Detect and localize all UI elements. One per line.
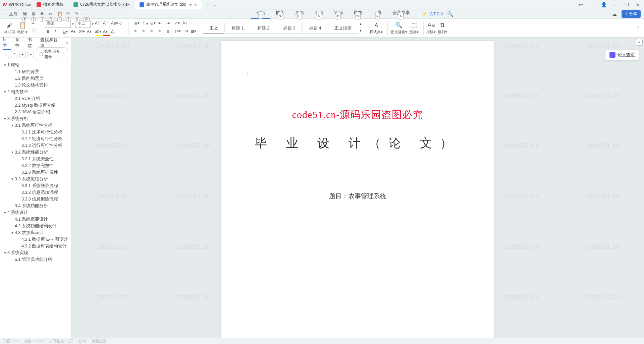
font-color-icon[interactable]: A▾ bbox=[103, 29, 110, 36]
collapse-up-icon[interactable]: ⌃ bbox=[11, 51, 17, 58]
ribbon-tab-view[interactable]: 视图W bbox=[348, 9, 368, 19]
toc-node[interactable]: 4.3.2 数据库表结构设计 bbox=[2, 243, 71, 249]
phonetic-icon[interactable]: A̤ bbox=[111, 29, 118, 36]
minimize-icon[interactable]: — bbox=[612, 2, 619, 7]
toc-node[interactable]: 3.3.1 系统登录流程 bbox=[2, 182, 71, 189]
increase-indent-icon[interactable]: ⇥ bbox=[166, 21, 173, 27]
paste-button[interactable]: 📋粘贴 ▾ bbox=[17, 21, 28, 35]
toc-node[interactable]: ▼4.3 数据库设计 bbox=[2, 229, 71, 236]
font-size-select[interactable]: 小二 bbox=[75, 20, 91, 28]
toc-node[interactable]: ▼3.3 系统流程分析 bbox=[2, 176, 71, 182]
align-center-icon[interactable]: ≡ bbox=[142, 29, 149, 36]
ribbon-tab-insert[interactable]: 插入N bbox=[270, 9, 290, 19]
more-quick-icon[interactable]: ⋯00 bbox=[84, 11, 89, 17]
wps-ai-button[interactable]: WPS AI bbox=[430, 11, 445, 16]
strike-icon[interactable]: A̶▾ bbox=[71, 29, 77, 36]
save-quick-icon[interactable]: 🖫F bbox=[22, 11, 28, 17]
cloud-icon[interactable]: ☁ bbox=[612, 11, 617, 17]
cut-icon[interactable]: ✂ bbox=[32, 21, 38, 28]
tab-xlsx[interactable]: 0726需求文档以及排期.xlsx bbox=[69, 0, 134, 9]
layout-button[interactable]: A≡排版▾ bbox=[426, 21, 436, 35]
collapse-ribbon-icon[interactable]: ⌃ bbox=[636, 25, 640, 31]
toc-node[interactable]: 1.2 目的和意义 bbox=[2, 75, 71, 82]
close-window-icon[interactable]: ✕ bbox=[635, 2, 641, 7]
document-canvas[interactable]: code51.cncode51.cncode51.cncode51.cncode… bbox=[71, 38, 644, 338]
user-avatar-icon[interactable]: 👤 bbox=[600, 2, 607, 7]
ribbon-tab-reference[interactable]: 引用S bbox=[309, 9, 329, 19]
underline-icon[interactable]: U▾ bbox=[63, 29, 69, 36]
decrease-indent-icon[interactable]: ⇤ bbox=[158, 21, 165, 27]
style-normal[interactable]: 正文 bbox=[203, 23, 224, 34]
toc-node[interactable]: ▼1 绪论 bbox=[2, 62, 71, 68]
toc-tree[interactable]: ▼1 绪论1.1 研究背景1.2 目的和意义1.3 论文结构安排▼2 相关技术2… bbox=[0, 60, 71, 338]
share-button[interactable]: ⇪ 分享 bbox=[622, 10, 641, 18]
file-menu[interactable]: 文件 bbox=[9, 11, 18, 17]
ribbon-tab-page[interactable]: 页面P bbox=[290, 9, 309, 19]
toc-node[interactable]: ▼3.2 系统性能分析 bbox=[2, 149, 71, 156]
paper-check-button[interactable]: 论文查重 bbox=[605, 50, 639, 60]
toc-node[interactable]: 1.1 研究背景 bbox=[2, 68, 71, 75]
drag-handle-icon[interactable]: ⋮⋮ bbox=[246, 72, 252, 76]
toc-node[interactable]: 1.3 论文结构安排 bbox=[2, 82, 71, 89]
search-icon[interactable]: 🔍 bbox=[447, 11, 453, 17]
arrange-button[interactable]: ⇅排列▾ bbox=[438, 21, 447, 35]
select-button[interactable]: ⬚选择▾ bbox=[409, 21, 419, 35]
close-sidebar-icon[interactable]: × bbox=[65, 40, 68, 46]
toc-node[interactable]: ▼2 相关技术 bbox=[2, 89, 71, 95]
style-indent[interactable]: 正文缩进 bbox=[328, 23, 358, 34]
sidetab-bookmark[interactable]: 书签 bbox=[28, 37, 36, 49]
toc-node[interactable]: ▼4 系统设计 bbox=[2, 209, 71, 216]
format-brush-button[interactable]: 🖌格式刷 bbox=[4, 21, 15, 35]
toc-node[interactable]: ▼3.1 系统可行性分析 bbox=[2, 122, 71, 129]
toc-node[interactable]: 2.2 Mysql 数据库介绍 bbox=[2, 102, 71, 109]
ribbon-tab-tools[interactable]: 工具L bbox=[368, 9, 387, 19]
text-effects-icon[interactable]: A▾ bbox=[87, 29, 94, 36]
toc-node[interactable]: 3.1.3 运行可行性分析 bbox=[2, 142, 71, 149]
ribbon-tab-review[interactable]: 审阅R bbox=[329, 9, 348, 19]
style-heading1[interactable]: 标题 1 bbox=[225, 23, 250, 34]
toc-node[interactable]: 2.3 JAVA 语言介绍 bbox=[2, 109, 71, 115]
toc-node[interactable]: 2.1 VUE 介绍 bbox=[2, 95, 71, 102]
ribbon-tab-start[interactable]: 开始H bbox=[251, 9, 270, 19]
superscript-icon[interactable]: X²▾ bbox=[79, 29, 86, 36]
toc-node[interactable]: 4.3.1 数据库 E-R 图设计 bbox=[2, 236, 71, 243]
style-scroll-down-icon[interactable]: ▾ bbox=[360, 28, 366, 35]
toc-node[interactable]: ▼5 系统实现 bbox=[2, 249, 71, 256]
print-quick-icon[interactable]: 🖶1 bbox=[31, 11, 37, 17]
highlight-icon[interactable]: ab▾ bbox=[95, 29, 102, 36]
toc-node[interactable]: 3.1.1 技术可行性分析 bbox=[2, 129, 71, 135]
align-justify-icon[interactable]: ≡ bbox=[158, 29, 165, 36]
ruler-toggle-icon[interactable]: ≡ bbox=[636, 39, 643, 46]
page-indicator[interactable]: 页面 1/12 bbox=[3, 339, 19, 344]
toc-node[interactable]: 3.3.3 信息删除流程 bbox=[2, 196, 71, 203]
line-spacing-icon[interactable]: ↕≡▾ bbox=[174, 29, 181, 36]
tab-template[interactable]: 找稻壳模板 bbox=[32, 0, 68, 9]
align-left-icon[interactable]: ≡ bbox=[134, 29, 141, 36]
clear-format-icon[interactable]: ◇ bbox=[119, 21, 126, 27]
copy-icon[interactable]: 📄 bbox=[32, 28, 38, 35]
style-heading4[interactable]: 标题 4 bbox=[303, 23, 328, 34]
undo-quick-icon[interactable]: ↶5 bbox=[66, 11, 71, 17]
view-mode[interactable]: 页面视图 bbox=[92, 339, 106, 344]
hamburger-icon[interactable]: ≡ bbox=[3, 11, 6, 17]
change-case-icon[interactable]: Aa▾ bbox=[111, 21, 118, 27]
tab-menu-icon[interactable]: ⌄ bbox=[213, 2, 216, 7]
sidetab-toc[interactable]: 目录 bbox=[3, 36, 11, 50]
remove-node-icon[interactable]: − bbox=[28, 51, 34, 58]
cube-icon[interactable]: ⬚ bbox=[589, 2, 596, 7]
bullets-icon[interactable]: ≣▾ bbox=[134, 21, 141, 27]
redo-quick-icon[interactable]: ↷6 bbox=[75, 11, 80, 17]
cut-quick-icon[interactable]: ✂3 bbox=[49, 11, 54, 17]
add-node-icon[interactable]: + bbox=[19, 51, 26, 58]
toc-node[interactable]: 3.2.1 系统安全性 bbox=[2, 156, 71, 162]
tab-doc-active[interactable]: 农事管理系统论文.doc× bbox=[135, 0, 202, 9]
copy-quick-icon[interactable]: 📋4 bbox=[57, 11, 63, 17]
sort-icon[interactable]: A↕ bbox=[182, 21, 189, 27]
proof-status[interactable]: 校对 bbox=[79, 339, 86, 344]
font-name-select[interactable]: 黑体 bbox=[44, 20, 71, 28]
close-tab-icon[interactable]: × bbox=[194, 2, 197, 7]
distributed-icon[interactable]: ≣ bbox=[166, 29, 173, 36]
toc-node[interactable]: 3.2.2 数据完整性 bbox=[2, 162, 71, 169]
toc-node[interactable]: 3.1.2 经济可行性分析 bbox=[2, 135, 71, 142]
borders-icon[interactable]: ▦▾ bbox=[191, 29, 197, 36]
